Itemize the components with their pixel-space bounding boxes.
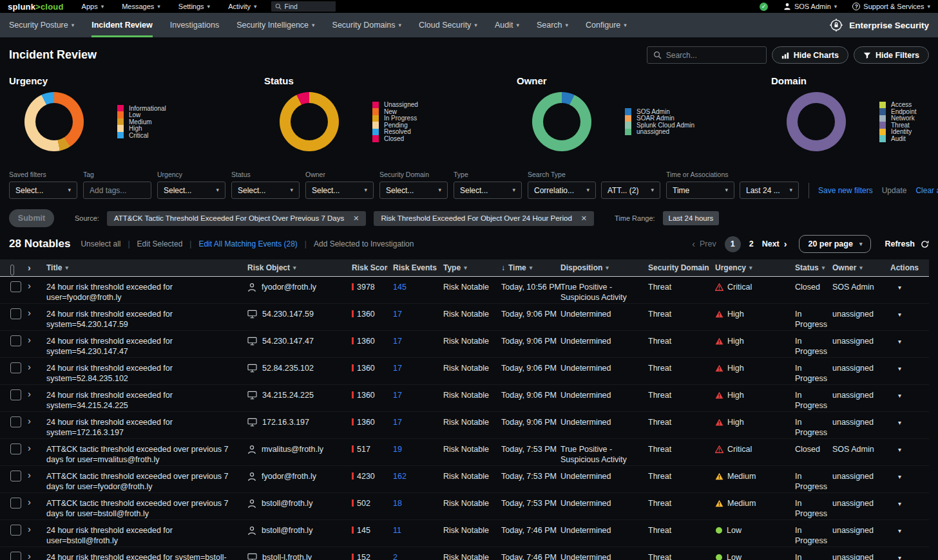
risk-events-link[interactable]: 17 <box>393 418 402 427</box>
user-menu[interactable]: SOS Admin▾ <box>783 3 837 10</box>
menu-activity[interactable]: Activity▾ <box>228 3 256 10</box>
save-new-filters-link[interactable]: Save new filters <box>818 186 873 195</box>
search-type-select[interactable]: Correlatio...▾ <box>528 182 596 199</box>
menu-apps[interactable]: Apps▾ <box>82 3 104 10</box>
expand-all-button[interactable]: › <box>19 263 41 273</box>
remove-chip-icon[interactable]: ✕ <box>581 214 587 223</box>
tab-search[interactable]: Search▾ <box>537 13 568 37</box>
page-2-button[interactable]: 2 <box>749 239 754 248</box>
owner-donut-chart[interactable] <box>532 92 591 151</box>
time-or-associations-select[interactable]: Time▾ <box>666 182 734 199</box>
column-header-time[interactable]: ↓Time▾ <box>496 263 555 272</box>
page-1-button[interactable]: 1 <box>725 236 741 252</box>
expand-row-button[interactable]: › <box>19 385 41 411</box>
risk-events-link[interactable]: 2 <box>393 553 397 560</box>
domain-donut-chart[interactable] <box>787 92 846 151</box>
refresh-button[interactable]: Refresh <box>885 239 929 248</box>
security-domain-select[interactable]: Select...▾ <box>379 182 448 199</box>
hide-charts-button[interactable]: Hide Charts <box>772 46 848 64</box>
column-header-disposition[interactable]: Disposition▾ <box>555 263 643 272</box>
column-header-risk-object[interactable]: Risk Object▾ <box>242 263 347 272</box>
risk-events-link[interactable]: 17 <box>393 391 402 400</box>
row-actions-dropdown[interactable]: ▾ <box>898 311 901 318</box>
time-range-select[interactable]: Last 24 ...▾ <box>740 182 799 199</box>
expand-row-button[interactable]: › <box>19 412 41 438</box>
owner-select[interactable]: Select...▾ <box>305 182 374 199</box>
expand-row-button[interactable]: › <box>19 493 41 519</box>
row-actions-dropdown[interactable]: ▾ <box>898 392 901 399</box>
row-actions-dropdown[interactable]: ▾ <box>898 500 901 507</box>
column-header-risk-score[interactable]: Risk Score▾ <box>347 263 388 272</box>
risk-events-link[interactable]: 162 <box>393 472 407 481</box>
status-select[interactable]: Select...▾ <box>231 182 300 199</box>
risk-events-link[interactable]: 17 <box>393 337 402 346</box>
expand-row-button[interactable]: › <box>19 358 41 384</box>
column-header-type[interactable]: Type▾ <box>438 263 496 272</box>
tab-security-intelligence[interactable]: Security Intelligence▾ <box>236 13 314 37</box>
hide-filters-button[interactable]: Hide Filters <box>854 46 929 64</box>
row-actions-dropdown[interactable]: ▾ <box>898 446 901 453</box>
column-header-status[interactable]: Status▾ <box>790 263 827 272</box>
prev-page-button[interactable]: ‹Prev <box>692 239 716 248</box>
urgency-select[interactable]: Select...▾ <box>157 182 225 199</box>
remove-chip-icon[interactable]: ✕ <box>353 214 359 223</box>
risk-events-link[interactable]: 18 <box>393 499 402 508</box>
expand-row-button[interactable]: › <box>19 547 41 560</box>
tab-incident-review[interactable]: Incident Review <box>91 13 152 37</box>
next-page-button[interactable]: Next› <box>762 239 787 248</box>
risk-events-link[interactable]: 17 <box>393 364 402 373</box>
column-header-owner[interactable]: Owner▾ <box>827 263 885 272</box>
risk-events-link[interactable]: 145 <box>393 283 407 292</box>
tab-security-domains[interactable]: Security Domains▾ <box>332 13 401 37</box>
risk-events-link[interactable]: 19 <box>393 445 402 454</box>
splunk-cloud-logo[interactable]: splunk>cloud <box>8 2 64 12</box>
tag-input[interactable] <box>83 182 151 199</box>
search-input[interactable]: Search... <box>647 46 767 64</box>
row-actions-dropdown[interactable]: ▾ <box>898 338 901 345</box>
update-link[interactable]: Update <box>882 186 907 195</box>
risk-events-link[interactable]: 11 <box>393 526 401 535</box>
health-status-icon[interactable]: ✓ <box>760 3 768 11</box>
enterprise-security-brand[interactable]: Enterprise Security <box>829 13 929 37</box>
unselect-all-link[interactable]: Unselect all <box>81 239 120 248</box>
type-select[interactable]: Select...▾ <box>454 182 522 199</box>
tab-investigations[interactable]: Investigations <box>170 13 219 37</box>
edit-selected-link[interactable]: Edit Selected <box>137 239 183 248</box>
column-header-title[interactable]: Title▾ <box>41 263 242 272</box>
status-donut-chart[interactable] <box>280 92 339 151</box>
per-page-select[interactable]: 20 per page▾ <box>799 235 871 253</box>
clear-all-link[interactable]: Clear all <box>915 186 938 195</box>
saved-filters-select[interactable]: Select...▾ <box>9 182 77 199</box>
support-menu[interactable]: ? Support & Services▾ <box>852 3 930 10</box>
legend-item: SOAR Admin <box>625 115 694 122</box>
row-actions-dropdown[interactable]: ▾ <box>898 554 901 560</box>
add-selected-to-investigation-link[interactable]: Add Selected to Investigation <box>314 239 414 248</box>
row-actions-dropdown[interactable]: ▾ <box>898 284 901 291</box>
row-actions-dropdown[interactable]: ▾ <box>898 473 901 480</box>
select-all-checkbox[interactable] <box>10 265 14 275</box>
find-input[interactable]: Find <box>271 1 336 12</box>
tab-cloud-security[interactable]: Cloud Security▾ <box>419 13 477 37</box>
edit-all-matching-events-link[interactable]: Edit All Matching Events (28) <box>198 239 297 248</box>
expand-row-button[interactable]: › <box>19 466 41 492</box>
tab-configure[interactable]: Configure▾ <box>586 13 627 37</box>
menu-messages[interactable]: Messages▾ <box>122 3 160 10</box>
menu-settings[interactable]: Settings▾ <box>178 3 210 10</box>
tab-security-posture[interactable]: Security Posture▾ <box>9 13 74 37</box>
column-header-security-domain[interactable]: Security Domain▾ <box>643 263 710 272</box>
row-actions-dropdown[interactable]: ▾ <box>898 365 901 372</box>
row-actions-dropdown[interactable]: ▾ <box>898 527 901 534</box>
expand-row-button[interactable]: › <box>19 277 41 303</box>
expand-row-button[interactable]: › <box>19 331 41 357</box>
submit-button[interactable]: Submit <box>9 209 54 227</box>
urgency-donut-chart[interactable] <box>24 92 84 151</box>
column-header-risk-events[interactable]: Risk Events▾ <box>388 263 438 272</box>
attack-select[interactable]: ATT... (2)▾ <box>601 182 660 199</box>
tab-audit[interactable]: Audit▾ <box>495 13 519 37</box>
expand-row-button[interactable]: › <box>19 520 41 546</box>
expand-row-button[interactable]: › <box>19 304 41 330</box>
row-actions-dropdown[interactable]: ▾ <box>898 419 901 426</box>
risk-events-link[interactable]: 17 <box>393 310 402 319</box>
column-header-urgency[interactable]: Urgency▾ <box>710 263 790 272</box>
expand-row-button[interactable]: › <box>19 439 41 465</box>
